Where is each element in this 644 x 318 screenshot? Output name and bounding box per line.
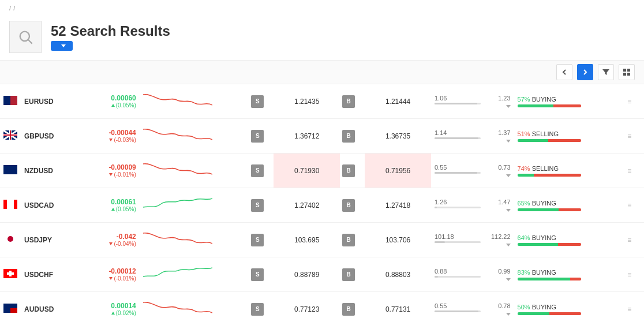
row-menu-icon[interactable]: ≡	[625, 271, 634, 279]
row-menu-cell[interactable]: ≡	[621, 292, 644, 319]
buy-price-cell[interactable]: 1.21444	[365, 84, 431, 119]
pair-name-cell[interactable]: USDCHF	[21, 257, 73, 292]
buy-price: 0.88803	[385, 271, 410, 279]
range-bar	[435, 241, 481, 243]
buy-button[interactable]: B	[342, 164, 355, 177]
chart-cell	[140, 292, 249, 319]
sell-price-cell[interactable]: 0.88789	[274, 257, 340, 292]
buy-btn-cell: B	[340, 257, 365, 292]
currencies-filter-button[interactable]	[51, 41, 73, 51]
sell-price: 1.36712	[294, 132, 319, 140]
row-menu-icon[interactable]: ≡	[625, 132, 634, 140]
sentiment-bars	[518, 174, 581, 177]
buy-price-cell[interactable]: 1.36735	[365, 119, 431, 154]
sentiment-direction: SELLING	[532, 165, 559, 172]
sell-price-cell[interactable]: 1.36712	[274, 119, 340, 154]
buy-button[interactable]: B	[342, 95, 355, 108]
sentiment-pct: 57%	[518, 96, 530, 103]
buy-button[interactable]: B	[342, 130, 355, 143]
buy-button[interactable]: B	[342, 199, 355, 212]
row-menu-cell[interactable]: ≡	[621, 188, 644, 223]
change-pct: (-0.01%)	[77, 275, 136, 282]
pair-name: USDJPY	[24, 236, 52, 244]
sell-bar	[534, 174, 581, 177]
sell-button[interactable]: S	[251, 199, 264, 212]
buy-price-cell[interactable]: 0.88803	[365, 257, 431, 292]
buy-price-cell[interactable]: 1.27418	[365, 188, 431, 223]
buy-btn-cell: B	[340, 84, 365, 119]
buy-price-cell[interactable]: 103.706	[365, 223, 431, 257]
sell-button[interactable]: S	[251, 130, 264, 143]
grid-view-button[interactable]	[619, 64, 635, 80]
sell-button[interactable]: S	[251, 303, 264, 316]
pair-name-cell[interactable]: GBPUSD	[21, 119, 73, 154]
row-menu-icon[interactable]: ≡	[625, 305, 634, 313]
row-menu-icon[interactable]: ≡	[625, 98, 634, 106]
sell-price-cell[interactable]: 1.27402	[274, 188, 340, 223]
sell-price-cell[interactable]: 0.77123	[274, 292, 340, 319]
sell-button[interactable]: S	[251, 95, 264, 108]
range-cell: 1.06 1.23	[431, 84, 514, 119]
next-page-button[interactable]	[577, 64, 593, 80]
sell-bar	[558, 243, 581, 246]
buy-bar	[518, 174, 534, 177]
pair-name-cell[interactable]: USDCAD	[21, 188, 73, 223]
sell-price: 0.88789	[294, 271, 319, 279]
sentiment-pct: 65%	[518, 200, 530, 207]
change-value: -0.00044	[77, 129, 136, 137]
pair-name: USDCAD	[24, 201, 54, 209]
sentiment-cell: 64% BUYING	[514, 223, 622, 257]
market-table-container: EURUSD 0.00060 (0.05%) S 1.21435 B 1.214…	[0, 84, 644, 318]
sentiment-direction: BUYING	[532, 96, 556, 103]
sell-price: 1.21435	[294, 98, 319, 106]
row-menu-cell[interactable]: ≡	[621, 257, 644, 292]
buy-price-cell[interactable]: 0.77131	[365, 292, 431, 319]
sell-button[interactable]: S	[251, 234, 264, 246]
prev-page-button[interactable]	[556, 64, 572, 80]
range-arrow-down	[506, 244, 511, 246]
range-fill	[435, 241, 445, 243]
buy-button[interactable]: B	[342, 234, 355, 246]
change-pct: (0.02%)	[77, 310, 136, 316]
filter-button[interactable]	[598, 64, 614, 80]
pair-name-cell[interactable]: EURUSD	[21, 84, 73, 119]
pair-name-cell[interactable]: USDJPY	[21, 223, 73, 257]
pair-name-cell[interactable]: AUDUSD	[21, 292, 73, 319]
sell-price-cell[interactable]: 1.21435	[274, 84, 340, 119]
buy-btn-cell: B	[340, 119, 365, 154]
buy-price-cell[interactable]: 0.71956	[365, 154, 431, 188]
buy-bar	[518, 208, 559, 211]
row-menu-cell[interactable]: ≡	[621, 154, 644, 188]
svg-rect-19	[14, 200, 17, 209]
change-cell: 0.00060 (0.05%)	[73, 84, 140, 119]
buy-button[interactable]: B	[342, 268, 355, 281]
row-menu-icon[interactable]: ≡	[625, 236, 634, 244]
row-menu-cell[interactable]: ≡	[621, 84, 644, 119]
sell-button[interactable]: S	[251, 164, 264, 177]
mini-chart	[143, 158, 212, 181]
range-arrow-down	[506, 174, 511, 177]
chevron-right-icon	[582, 69, 589, 76]
row-menu-icon[interactable]: ≡	[625, 201, 634, 209]
sentiment-label: 65% BUYING	[518, 200, 619, 207]
change-value: 0.00014	[77, 302, 136, 310]
row-menu-cell[interactable]: ≡	[621, 119, 644, 154]
pair-name-cell[interactable]: NZDUSD	[21, 154, 73, 188]
result-count: 52	[51, 23, 66, 39]
svg-rect-18	[7, 200, 14, 209]
range-bar	[435, 137, 481, 139]
sell-button[interactable]: S	[251, 268, 264, 281]
sell-price-cell[interactable]: 0.71930	[274, 154, 340, 188]
buy-price: 1.21444	[385, 98, 410, 106]
sell-btn-cell: S	[249, 292, 274, 319]
row-menu-cell[interactable]: ≡	[621, 223, 644, 257]
sentiment-label: 51% SELLING	[518, 130, 619, 137]
row-menu-icon[interactable]: ≡	[625, 167, 634, 175]
sell-price-cell[interactable]: 103.695	[274, 223, 340, 257]
svg-rect-6	[3, 96, 10, 105]
buy-button[interactable]: B	[342, 303, 355, 316]
sentiment-cell: 57% BUYING	[514, 84, 622, 119]
result-count-title: 52 Search Results	[51, 23, 170, 39]
chart-cell	[140, 257, 249, 292]
pair-name: AUDUSD	[24, 305, 54, 313]
